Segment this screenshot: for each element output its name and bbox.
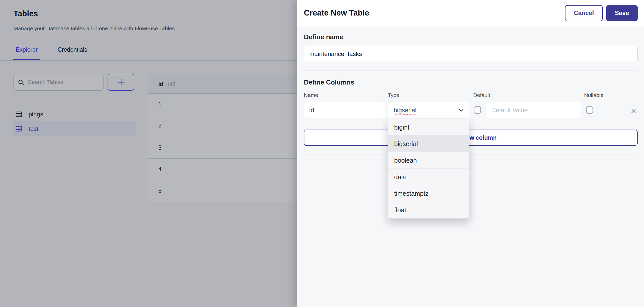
table-name-input[interactable] [304, 46, 638, 62]
type-option-timestamptz[interactable]: timestamptz [388, 185, 469, 202]
selected-type-value: bigserial [394, 107, 416, 114]
create-table-drawer: Create New Table Cancel Save Define name… [297, 0, 644, 307]
section-divider [304, 70, 638, 71]
nullable-checkbox[interactable] [586, 106, 593, 114]
label-name: Name [304, 92, 318, 98]
chevron-down-icon [458, 107, 465, 114]
modal-overlay[interactable] [0, 0, 297, 307]
column-type-select[interactable]: bigserial [388, 102, 469, 118]
column-name-input[interactable] [304, 102, 385, 118]
drawer-header: Create New Table Cancel Save [297, 0, 644, 26]
type-option-date[interactable]: date [388, 169, 469, 185]
label-default: Default [473, 92, 490, 98]
cancel-button[interactable]: Cancel [565, 5, 603, 21]
add-column-button[interactable]: Add a new column [304, 130, 638, 146]
define-columns-heading: Define Columns [304, 78, 354, 86]
label-type: Type [388, 92, 400, 98]
section-divider-2 [304, 155, 638, 155]
type-option-bigint[interactable]: bigint [388, 119, 469, 136]
type-option-bigserial[interactable]: bigserial [388, 136, 469, 152]
default-checkbox[interactable] [474, 106, 481, 114]
save-button[interactable]: Save [606, 5, 638, 21]
remove-column-button[interactable] [630, 107, 637, 115]
label-nullable: Nullable [584, 92, 603, 98]
close-icon [630, 108, 637, 114]
default-value-input[interactable] [486, 102, 581, 118]
type-option-boolean[interactable]: boolean [388, 152, 469, 169]
type-option-float[interactable]: float [388, 202, 469, 218]
type-dropdown-menu: bigintbigserialbooleandatetimestamptzflo… [388, 119, 469, 219]
drawer-actions: Cancel Save [565, 5, 638, 21]
define-name-heading: Define name [304, 33, 343, 41]
drawer-title: Create New Table [304, 8, 369, 18]
